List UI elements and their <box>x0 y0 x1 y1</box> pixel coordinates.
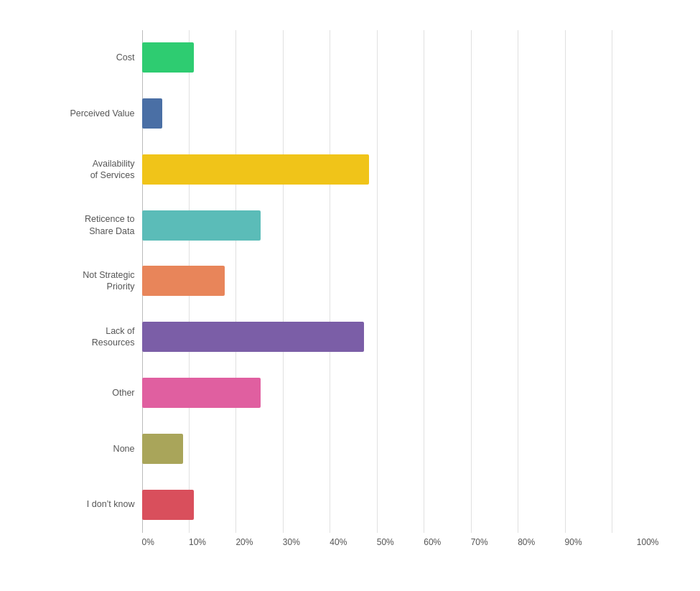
chart-container: CostPerceived ValueAvailabilityof Servic… <box>27 16 673 576</box>
y-axis-labels: CostPerceived ValueAvailabilityof Servic… <box>42 30 142 533</box>
bar-row <box>142 256 659 306</box>
chart-area: CostPerceived ValueAvailabilityof Servic… <box>42 30 659 533</box>
y-label: None <box>42 424 135 474</box>
x-axis-label: 10% <box>189 537 235 547</box>
bar-row <box>142 368 659 418</box>
x-axis-label: 30% <box>283 537 330 547</box>
bar <box>142 490 194 520</box>
bars-column <box>142 30 659 533</box>
x-axis-label: 100% <box>612 537 658 547</box>
y-label: Other <box>42 368 135 418</box>
bar <box>142 98 163 129</box>
y-label: Availabilityof Services <box>42 144 135 195</box>
x-axis-label: 90% <box>565 537 612 547</box>
y-label: I don’t know <box>42 480 135 530</box>
y-label: Cost <box>42 32 135 83</box>
bar <box>142 154 370 185</box>
bar-row <box>142 480 659 530</box>
bar <box>142 42 194 73</box>
x-axis-label: 80% <box>518 537 564 547</box>
x-axis-label: 70% <box>471 537 518 547</box>
bar-row <box>142 144 659 195</box>
x-axis-label: 40% <box>330 537 376 547</box>
x-axis-label: 50% <box>377 537 424 547</box>
bar-row <box>142 424 659 474</box>
x-axis: 0%10%20%30%40%50%60%70%80%90%100% <box>142 533 659 547</box>
bar-row <box>142 312 659 362</box>
x-axis-label: 0% <box>142 537 189 547</box>
x-axis-label: 20% <box>235 537 282 547</box>
bars-and-grid <box>142 30 659 533</box>
bar <box>142 210 261 241</box>
bar-row <box>142 88 659 139</box>
x-axis-label: 60% <box>424 537 470 547</box>
bar <box>142 266 225 296</box>
y-label: Reticence toShare Data <box>42 200 135 251</box>
bar <box>142 434 184 464</box>
bar <box>142 322 365 352</box>
y-label: Not StrategicPriority <box>42 256 135 306</box>
y-label: Perceived Value <box>42 88 135 139</box>
bar-row <box>142 200 659 251</box>
y-label: Lack ofResources <box>42 312 135 362</box>
bar-row <box>142 32 659 83</box>
bar <box>142 378 261 408</box>
